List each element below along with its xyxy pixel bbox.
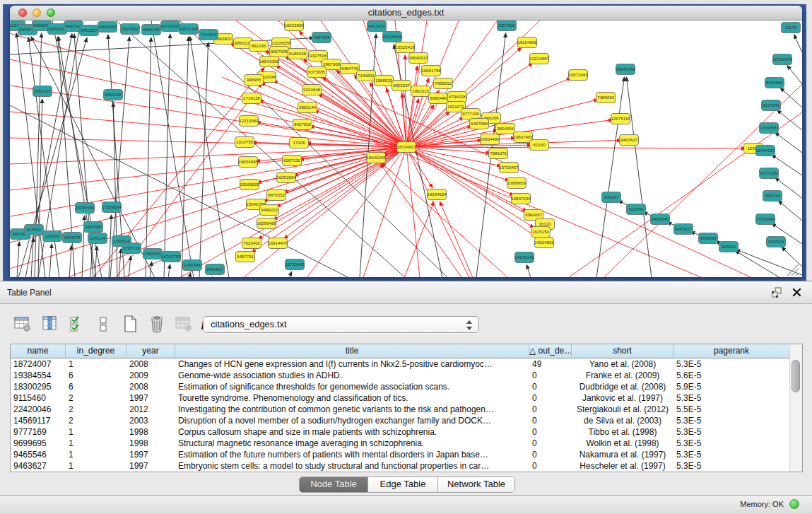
- table-cell[interactable]: 5.3E-5: [673, 426, 790, 438]
- graph-node[interactable]: 679197: [602, 192, 621, 203]
- delete-icon[interactable]: [147, 314, 167, 334]
- graph-node[interactable]: 16782759: [161, 252, 181, 262]
- table-cell[interactable]: 5.3E-5: [673, 358, 790, 370]
- tab-edge-table[interactable]: Edge Table: [368, 477, 438, 492]
- graph-node[interactable]: 9375685: [307, 67, 326, 78]
- table-cell[interactable]: Corpus callosum shape and size in male p…: [175, 426, 529, 438]
- graph-node[interactable]: 10325419: [395, 42, 415, 53]
- table-cell[interactable]: 9463627: [11, 460, 66, 472]
- graph-node[interactable]: 14524851: [534, 238, 554, 248]
- table-cell[interactable]: 5.3E-5: [673, 438, 790, 449]
- graph-node[interactable]: 9463627: [206, 264, 225, 275]
- graph-node[interactable]: 9777169: [461, 109, 481, 119]
- graph-node[interactable]: 998965: [245, 75, 264, 86]
- table-cell[interactable]: 0: [529, 426, 572, 438]
- table-cell[interactable]: 6: [66, 370, 126, 381]
- table-cell[interactable]: 5.3E-5: [673, 449, 790, 460]
- graph-node[interactable]: 7857234: [312, 33, 331, 43]
- graph-node[interactable]: 6497568: [470, 119, 489, 129]
- graph-node[interactable]: 10653287: [98, 22, 117, 33]
- citation-network-graph[interactable]: 1872400776638229860125891295232260589827…: [10, 21, 802, 277]
- graph-node[interactable]: 12975115: [611, 114, 630, 124]
- table-row[interactable]: 977716911998Corpus callosum shape and si…: [11, 426, 790, 438]
- table-cell[interactable]: 0: [529, 415, 572, 426]
- graph-node[interactable]: 9498222: [260, 205, 279, 216]
- table-cell[interactable]: 2009: [126, 370, 175, 381]
- table-cell[interactable]: Tourette syndrome. Phenomenology and cla…: [175, 392, 529, 404]
- graph-node[interactable]: 924502: [719, 242, 739, 252]
- graph-node[interactable]: 9465546: [651, 214, 670, 225]
- graph-node[interactable]: 1294275: [63, 233, 82, 243]
- graph-node[interactable]: 16099489: [257, 218, 276, 229]
- column-header-name[interactable]: name: [11, 344, 66, 358]
- graph-node[interactable]: 16033809: [284, 21, 304, 31]
- table-cell[interactable]: Genome-wide association studies in ADHD.: [175, 370, 529, 381]
- table-cell[interactable]: Investigating the contribution of common…: [175, 404, 529, 415]
- table-row[interactable]: 946554611997Estimation of the future num…: [11, 449, 790, 460]
- column-header-short[interactable]: short: [572, 344, 673, 358]
- graph-node[interactable]: 8186328: [288, 49, 307, 59]
- table-cell[interactable]: Estimation of the future numbers of pati…: [175, 449, 529, 460]
- table-cell[interactable]: 5.3E-5: [673, 392, 790, 404]
- table-cell[interactable]: 0: [529, 449, 572, 460]
- table-vertical-scrollbar[interactable]: [789, 344, 802, 472]
- graph-node[interactable]: 7615526: [199, 30, 218, 40]
- table-cell[interactable]: Hescheler et al. (1997): [572, 460, 673, 472]
- table-cell[interactable]: Wolkin et al. (1998): [572, 438, 673, 449]
- graph-node[interactable]: 16543382: [259, 57, 279, 67]
- graph-node[interactable]: 6794028: [448, 92, 467, 103]
- graph-node[interactable]: 10688609: [507, 178, 526, 189]
- table-cell[interactable]: 49: [529, 358, 572, 370]
- table-cell[interactable]: 9115460: [11, 392, 66, 404]
- graph-node[interactable]: 8813054: [367, 21, 387, 32]
- table-cell[interactable]: Embryonic stem cells: a model to study s…: [175, 460, 529, 472]
- graph-node[interactable]: 2053346: [104, 90, 123, 100]
- table-cell[interactable]: 0: [529, 404, 572, 415]
- graph-node[interactable]: 16914479: [268, 238, 288, 249]
- graph-node[interactable]: 2087682: [498, 21, 517, 31]
- table-cell[interactable]: 5.3E-5: [673, 415, 790, 426]
- graph-node[interactable]: 9457791: [236, 252, 255, 262]
- table-cell[interactable]: 1998: [126, 426, 175, 438]
- graph-node[interactable]: 915051: [25, 225, 44, 235]
- table-cell[interactable]: 1998: [126, 438, 175, 449]
- column-header-in_degree[interactable]: in_degree: [66, 344, 126, 358]
- graph-node[interactable]: 9699695: [699, 233, 718, 244]
- graph-node[interactable]: 16961758: [421, 66, 441, 76]
- graph-node[interactable]: 2803144: [298, 103, 317, 113]
- table-cell[interactable]: Franke et al. (2009): [572, 370, 673, 381]
- graph-node[interactable]: 16353584: [276, 173, 296, 183]
- graph-node[interactable]: 19166825: [240, 180, 259, 190]
- table-cell[interactable]: Disruption of a novel member of a sodium…: [175, 415, 529, 426]
- network-canvas[interactable]: 1872400776638229860125891295232260589827…: [10, 21, 802, 277]
- graph-node[interactable]: 9329965: [765, 78, 784, 88]
- graph-node[interactable]: 18724007: [396, 142, 416, 153]
- table-cell[interactable]: 1997: [126, 392, 175, 404]
- table-cell[interactable]: 1997: [126, 449, 175, 460]
- table-cell[interactable]: Changes of HCN gene expression and I(f) …: [175, 358, 529, 370]
- table-cell[interactable]: 5.3E-5: [673, 460, 790, 472]
- table-cell[interactable]: 1997: [126, 460, 175, 472]
- table-cell[interactable]: 6: [66, 381, 126, 392]
- graph-node[interactable]: 8878352: [267, 190, 286, 201]
- table-cell[interactable]: 22420046: [11, 404, 66, 415]
- table-cell[interactable]: 5.6E-5: [673, 370, 790, 381]
- scrollbar-thumb[interactable]: [792, 360, 800, 392]
- table-cell[interactable]: Estimation of significance thresholds fo…: [175, 381, 529, 392]
- graph-node[interactable]: 8267130: [283, 156, 302, 166]
- column-header-out_de[interactable]: △ out_de…: [529, 344, 572, 358]
- graph-node[interactable]: 9997585: [84, 222, 103, 233]
- table-cell[interactable]: 1: [66, 438, 126, 449]
- graph-node[interactable]: 9242848: [302, 85, 322, 95]
- graph-node[interactable]: 7485063: [596, 93, 616, 103]
- graph-node[interactable]: 1145194: [88, 233, 107, 244]
- graph-node[interactable]: 18640910: [408, 53, 428, 64]
- column-header-pagerank[interactable]: pagerank: [673, 344, 790, 358]
- graph-node[interactable]: 1999581: [143, 249, 163, 259]
- table-cell[interactable]: 0: [529, 438, 572, 449]
- graph-node[interactable]: 929710: [763, 191, 782, 201]
- table-cell[interactable]: 2: [66, 404, 126, 415]
- graph-node[interactable]: 115683: [43, 231, 62, 242]
- deselect-all-icon[interactable]: [93, 314, 113, 334]
- graph-node[interactable]: 1795722: [122, 243, 141, 254]
